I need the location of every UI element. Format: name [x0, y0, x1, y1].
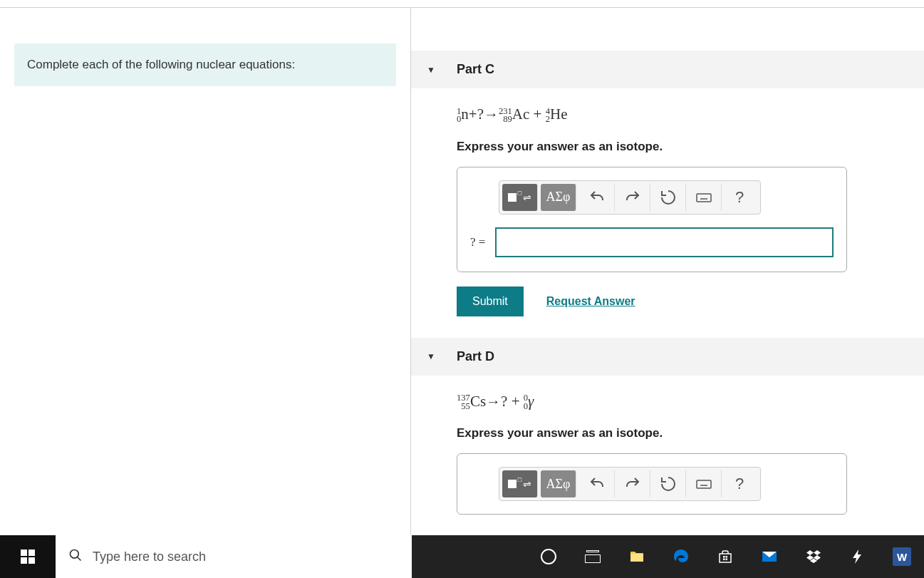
- part-c-answer-input[interactable]: [495, 227, 834, 257]
- part-d-answer-box: □⇌ ΑΣφ ?: [457, 453, 847, 515]
- circle-icon: [541, 549, 556, 564]
- windows-taskbar: Type here to search W: [0, 535, 924, 578]
- part-d-toolbar: □⇌ ΑΣφ ?: [499, 467, 761, 501]
- part-d-instruction: Express your answer as an isotope.: [457, 426, 924, 440]
- start-button[interactable]: [0, 535, 56, 578]
- redo-button[interactable]: [615, 470, 650, 497]
- store-button[interactable]: [703, 535, 747, 578]
- part-d-section: ▼ Part D 13755Cs→? + 00γ Express your an…: [411, 338, 924, 515]
- greek-button[interactable]: ΑΣφ: [541, 184, 576, 211]
- part-c-request-answer-link[interactable]: Request Answer: [546, 295, 635, 308]
- lightning-icon: [849, 548, 866, 565]
- mail-icon: [761, 548, 778, 565]
- part-c-section: ▼ Part C 10n+?→23189Ac + 42He Express yo…: [411, 51, 924, 316]
- word-icon: W: [893, 547, 911, 566]
- part-c-input-label: ? =: [470, 235, 485, 249]
- reset-button[interactable]: [650, 470, 686, 497]
- part-c-toolbar: □⇌ ΑΣφ ?: [499, 180, 761, 215]
- file-explorer-button[interactable]: [615, 535, 659, 578]
- task-view-icon: [585, 550, 601, 563]
- svg-rect-14: [726, 556, 728, 558]
- svg-rect-0: [697, 194, 711, 202]
- store-icon: [717, 548, 734, 565]
- app-button[interactable]: [836, 535, 880, 578]
- part-c-title: Part C: [457, 62, 494, 77]
- reset-button[interactable]: [650, 184, 686, 211]
- taskbar-search-input[interactable]: Type here to search: [56, 535, 412, 578]
- dropbox-icon: [805, 548, 822, 565]
- undo-button[interactable]: [579, 184, 615, 211]
- problem-instruction: Complete each of the following nuclear e…: [14, 43, 396, 86]
- redo-button[interactable]: [615, 184, 650, 211]
- svg-rect-16: [726, 559, 728, 561]
- dropbox-button[interactable]: [791, 535, 836, 578]
- taskbar-search-placeholder: Type here to search: [93, 549, 206, 564]
- template-button[interactable]: □⇌: [502, 470, 538, 497]
- help-button[interactable]: ?: [722, 470, 757, 497]
- part-c-submit-button[interactable]: Submit: [457, 287, 524, 316]
- search-icon: [68, 548, 83, 566]
- keyboard-button[interactable]: [686, 470, 722, 497]
- part-d-header[interactable]: ▼ Part D: [411, 338, 924, 376]
- edge-button[interactable]: [659, 535, 703, 578]
- svg-rect-11: [630, 554, 643, 562]
- svg-rect-13: [723, 556, 725, 558]
- svg-point-9: [71, 549, 79, 558]
- svg-rect-15: [723, 559, 725, 561]
- chevron-down-icon: ▼: [427, 65, 435, 75]
- part-c-equation: 10n+?→23189Ac + 42He: [457, 105, 924, 124]
- right-panel: ▼ Part C 10n+?→23189Ac + 42He Express yo…: [411, 8, 924, 535]
- word-button[interactable]: W: [880, 535, 924, 578]
- windows-logo-icon: [21, 549, 35, 564]
- svg-line-10: [78, 557, 81, 560]
- undo-button[interactable]: [579, 470, 615, 497]
- mail-button[interactable]: [747, 535, 791, 578]
- svg-rect-7: [697, 480, 711, 488]
- task-view-button[interactable]: [571, 535, 615, 578]
- help-button[interactable]: ?: [722, 184, 757, 211]
- template-button[interactable]: □⇌: [502, 184, 538, 211]
- edge-icon: [673, 548, 690, 565]
- part-c-answer-box: □⇌ ΑΣφ ? ? =: [457, 167, 847, 272]
- part-c-instruction: Express your answer as an isotope.: [457, 140, 924, 154]
- part-d-equation: 13755Cs→? + 00γ: [457, 393, 924, 411]
- greek-button[interactable]: ΑΣφ: [541, 470, 576, 497]
- left-panel: Complete each of the following nuclear e…: [0, 8, 411, 535]
- cortana-button[interactable]: [526, 535, 571, 578]
- folder-icon: [628, 548, 645, 565]
- chevron-down-icon: ▼: [427, 351, 435, 361]
- part-d-title: Part D: [457, 349, 494, 364]
- part-c-header[interactable]: ▼ Part C: [411, 51, 924, 88]
- svg-rect-12: [720, 554, 731, 562]
- keyboard-button[interactable]: [686, 184, 722, 211]
